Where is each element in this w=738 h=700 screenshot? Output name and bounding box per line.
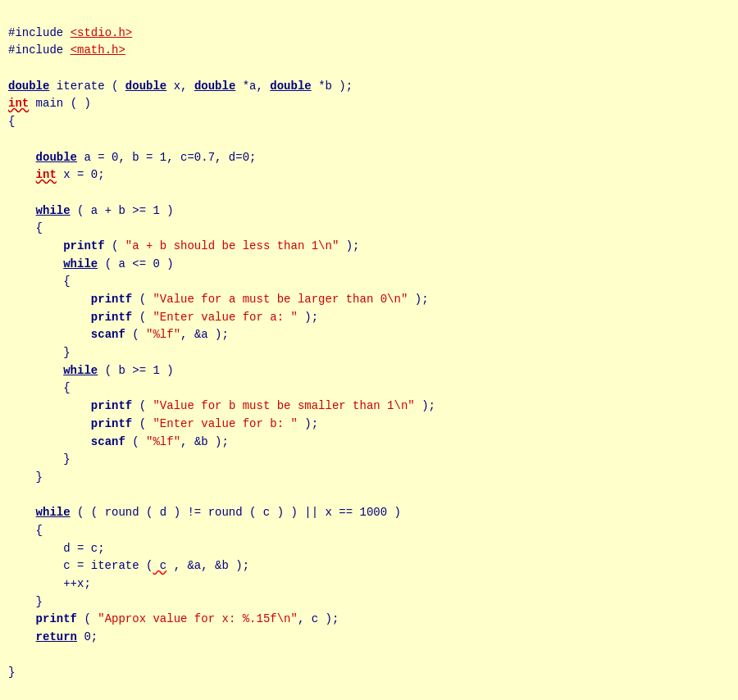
line-printf-3: printf ( "Enter value for a: " ); xyxy=(8,311,318,324)
code-editor: #include <stdio.h> #include <math.h> dou… xyxy=(8,7,730,700)
line-printf-6: printf ( "Approx value for x: %.15f\n", … xyxy=(8,612,339,625)
line-printf-1: printf ( "a + b should be less than 1\n"… xyxy=(8,239,360,252)
line-forward-decl: double iterate ( double x, double *a, do… xyxy=(8,80,353,93)
line-assign-c: c = iterate ( c , &a, &b ); xyxy=(8,559,249,572)
line-while-4: while ( ( round ( d ) != round ( c ) ) |… xyxy=(8,506,401,519)
line-incr-x: ++x; xyxy=(8,577,91,590)
line-while-1: while ( a + b >= 1 ) xyxy=(8,204,174,217)
line-printf-4: printf ( "Value for b must be smaller th… xyxy=(8,399,435,412)
include-math: #include <math.h> xyxy=(8,43,125,57)
line-open-brace-2: { xyxy=(8,221,43,234)
line-printf-2: printf ( "Value for a must be larger tha… xyxy=(8,293,429,306)
line-open-brace-4: { xyxy=(8,381,71,394)
line-printf-5: printf ( "Enter value for b: " ); xyxy=(8,417,318,430)
line-open-brace-3: { xyxy=(8,275,71,288)
line-main-decl: int main ( ) xyxy=(8,97,91,110)
line-open-brace-1: { xyxy=(8,115,15,128)
line-close-brace-5: } xyxy=(8,666,15,679)
line-while-3: while ( b >= 1 ) xyxy=(8,364,174,377)
line-open-brace-5: { xyxy=(8,524,43,537)
line-int-decl: int x = 0; xyxy=(8,168,105,181)
line-return: return 0; xyxy=(8,630,98,643)
line-var-decl: double a = 0, b = 1, c=0.7, d=0; xyxy=(8,151,256,164)
line-scanf-1: scanf ( "%lf", &a ); xyxy=(8,328,229,341)
include-stdio: #include <stdio.h> xyxy=(8,26,132,39)
line-close-brace-3: } xyxy=(8,470,43,484)
line-close-brace-4: } xyxy=(8,595,43,608)
line-scanf-2: scanf ( "%lf", &b ); xyxy=(8,435,229,448)
line-close-brace-2: } xyxy=(8,452,71,466)
line-while-2: while ( a <= 0 ) xyxy=(8,257,174,270)
line-close-brace-1: } xyxy=(8,346,71,359)
line-assign-d: d = c; xyxy=(8,542,105,555)
